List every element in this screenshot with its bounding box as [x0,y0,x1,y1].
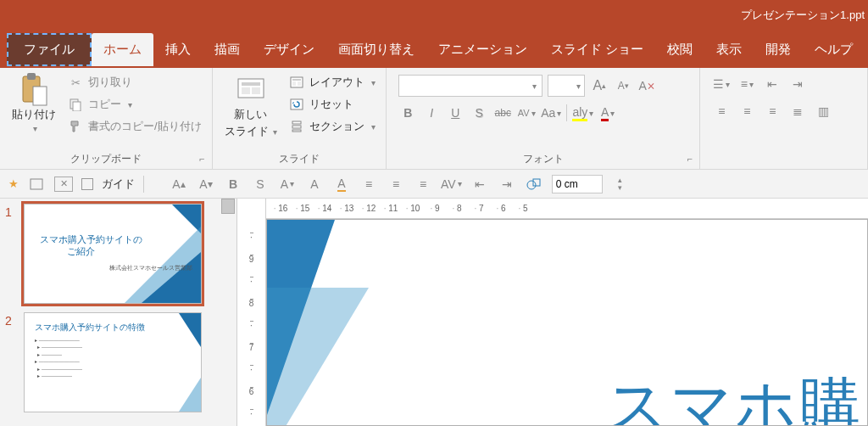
tab-design[interactable]: デザイン [252,33,326,66]
font-name-combo[interactable]: ▾ [398,75,542,97]
qat-align-l[interactable]: ≡ [359,175,378,193]
svg-point-19 [527,181,536,189]
format-painter-button[interactable]: 書式のコピー/貼り付け [64,117,205,136]
change-case-button[interactable]: Aa▾ [541,104,561,122]
columns-button[interactable]: ▥ [814,102,832,121]
slide-thumb-1[interactable]: 1 スマホ購入予約サイトの ご紹介 株式会社スマホセールス営業部 [5,204,231,304]
clear-format-button[interactable]: A⨯ [637,76,656,95]
tab-draw[interactable]: 描画 [203,33,252,66]
shrink-font-button[interactable]: A▾ [614,76,632,95]
cut-label: 切り取り [88,75,132,90]
measure-input[interactable] [552,175,603,193]
thumb1-title2: ご紹介 [67,245,95,258]
quick-access-row: ★ ✕ ガイド A▴ A▾ B S A▾ A A ≡ ≡ ≡ AV▾ ⇤ ⇥ ▴… [0,170,868,199]
strike-button[interactable]: abc [493,104,512,122]
guide-checkbox[interactable] [81,178,93,190]
numbering-button[interactable]: ≡▾ [737,75,756,93]
tab-animations[interactable]: アニメーション [426,33,539,66]
svg-rect-20 [533,179,540,186]
section-icon [289,119,304,134]
format-painter-label: 書式のコピー/貼り付け [88,119,202,134]
slide-canvas[interactable]: スマホ購 [266,219,868,426]
thumb2-title: スマホ購入予約サイトの特徴 [35,322,145,334]
align-right-button[interactable]: ≡ [763,102,782,121]
paste-button[interactable]: 貼り付け ▾ [7,71,61,137]
tab-transitions[interactable]: 画面切り替え [326,33,426,66]
qat-shape-icon[interactable] [525,175,543,193]
copy-button[interactable]: コピー▾ [64,95,205,114]
reset-button[interactable]: リセット [286,95,379,114]
new-slide-button[interactable]: 新しい スライド ▾ [220,71,283,143]
indent-left-button[interactable]: ⇤ [763,75,782,93]
guide-label: ガイド [102,177,135,192]
tab-slideshow[interactable]: スライド ショー [539,33,655,66]
svg-rect-3 [33,87,47,105]
indent-right-button[interactable]: ⇥ [788,75,807,93]
italic-button[interactable]: I [422,104,441,122]
brush-icon [68,119,83,134]
tab-file[interactable]: ファイル [7,33,92,66]
dialog-launcher-icon[interactable]: ⌐ [687,154,693,164]
title-bar: プレゼンテーション1.ppt [0,0,868,31]
char-spacing-button[interactable]: AV▾ [517,104,536,122]
copy-icon [68,97,83,112]
paste-icon [19,75,49,105]
qat-close-icon[interactable]: ✕ [54,177,73,192]
bold-button[interactable]: B [398,104,417,122]
tab-home[interactable]: ホーム [92,33,153,66]
highlight-button[interactable]: aly▾ [572,104,593,122]
qat-align-r[interactable]: ≡ [414,175,432,193]
svg-rect-8 [242,87,250,94]
qat-effect[interactable]: A [332,175,351,193]
align-left-button[interactable]: ≡ [712,102,731,121]
qat-indent-l[interactable]: ⇤ [470,175,489,193]
ribbon: 貼り付け ▾ ✂ 切り取り コピー▾ 書式のコ [0,68,868,170]
tab-view[interactable]: 表示 [704,33,754,66]
qat-icon-1[interactable] [27,175,46,193]
tab-developer[interactable]: 開発 [754,33,803,66]
slide-title-text: スマホ購 [606,366,862,426]
scissors-icon: ✂ [68,75,83,90]
layout-button[interactable]: レイアウト▾ [286,73,379,92]
new-slide-label-2: スライド [225,125,269,137]
bullets-button[interactable]: ☰▾ [712,75,731,93]
qat-font-shrink[interactable]: A▾ [197,175,215,193]
slide-thumb-2[interactable]: 2 スマホ購入予約サイトの特徴 ▸ ―――――――― ▸ ―――――――― ▸ … [5,312,231,412]
star-icon[interactable]: ★ [8,177,19,190]
dialog-launcher-icon[interactable]: ⌐ [199,154,204,164]
chevron-down-icon: ▾ [33,124,37,133]
stepper-up[interactable]: ▴▾ [611,175,630,193]
font-color-button[interactable]: A▾ [598,104,617,122]
qat-color[interactable]: A▾ [278,175,297,193]
tab-insert[interactable]: 挿入 [153,33,203,66]
copy-label: コピー [88,97,121,112]
layout-icon [289,75,304,90]
slides-group-label: スライド [279,152,320,166]
justify-button[interactable]: ≣ [788,102,807,121]
qat-font-grow[interactable]: A▴ [170,175,188,193]
scrollbar-thumb[interactable] [221,199,235,214]
thumb-canvas-1: スマホ購入予約サイトの ご紹介 株式会社スマホセールス営業部 [24,204,202,304]
svg-rect-13 [298,81,301,86]
grow-font-button[interactable]: A▴ [590,76,609,95]
qat-indent-r[interactable]: ⇥ [498,175,516,193]
shadow-button[interactable]: S [470,104,488,122]
slide-number: 1 [5,204,17,304]
section-button[interactable]: セクション▾ [286,117,379,136]
font-group-label: フォント [523,152,564,166]
underline-button[interactable]: U [446,104,465,122]
align-center-button[interactable]: ≡ [737,102,756,121]
layout-label: レイアウト [309,75,364,90]
group-paragraph: ☰▾ ≡▾ ⇤ ⇥ ≡ ≡ ≡ ≣ ▥ [700,68,868,169]
tab-review[interactable]: 校閲 [655,33,704,66]
qat-spacing[interactable]: AV▾ [441,175,462,193]
tab-help[interactable]: ヘルプ [803,33,865,66]
qat-bold[interactable]: B [224,175,242,193]
svg-rect-9 [252,87,260,94]
qat-shadow[interactable]: S [251,175,270,193]
cut-button[interactable]: ✂ 切り取り [64,73,205,92]
font-size-combo[interactable]: ▾ [548,75,585,97]
svg-rect-7 [242,82,260,86]
qat-outline[interactable]: A [305,175,324,193]
qat-align-c[interactable]: ≡ [387,175,405,193]
